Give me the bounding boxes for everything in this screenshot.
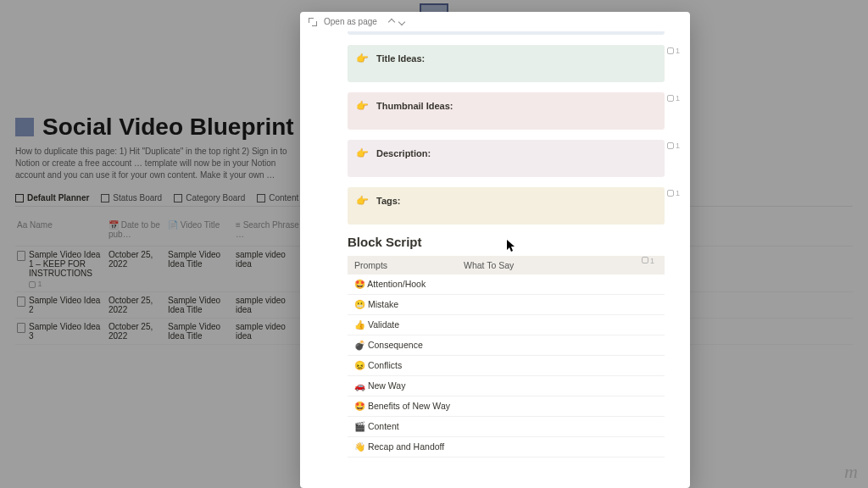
table-row[interactable]: 😬 Mistake xyxy=(348,295,665,315)
table-row[interactable]: 🤩 Attention/Hook xyxy=(348,274,665,295)
comment-icon xyxy=(667,142,674,149)
callout-block-truncated[interactable] xyxy=(348,31,665,35)
page-description: How to duplicate this page: 1) Hit "Dupl… xyxy=(15,146,303,181)
col-prompts: Prompts xyxy=(348,256,457,274)
prompt-cell[interactable]: 🤩 Benefits of New Way xyxy=(348,396,457,417)
prev-record-button[interactable] xyxy=(387,18,396,26)
col-search[interactable]: ≡ Search Phrase … xyxy=(234,217,302,242)
expand-icon[interactable] xyxy=(309,18,317,26)
table-row[interactable]: 🚗 New Way xyxy=(348,376,665,396)
callout-block[interactable]: 👉Tags:1 xyxy=(348,187,665,225)
tab-category-board[interactable]: Category Board xyxy=(174,193,245,202)
prompt-cell[interactable]: 🚗 New Way xyxy=(348,376,457,396)
row-date: October 25, 2022 xyxy=(107,292,166,318)
callout-label: Tags: xyxy=(376,196,401,206)
comment-icon xyxy=(667,95,674,102)
what-to-say-cell[interactable] xyxy=(457,417,665,437)
what-to-say-cell[interactable] xyxy=(457,315,665,336)
row-video-title: Sample Video Idea Title xyxy=(166,319,234,344)
what-to-say-cell[interactable] xyxy=(457,274,665,295)
table-row[interactable]: 👍 Validate xyxy=(348,315,665,336)
row-name: Sample Video Idea 3 xyxy=(29,322,105,341)
callout-label: Title Ideas: xyxy=(376,53,425,64)
mouse-cursor-icon xyxy=(507,240,517,253)
prompt-cell[interactable]: 🤩 Attention/Hook xyxy=(348,274,457,295)
board-icon xyxy=(174,194,182,202)
prompt-cell[interactable]: 💣 Consequence xyxy=(348,336,457,356)
callout-block[interactable]: 👉Thumbnail Ideas:1 xyxy=(348,92,665,130)
comment-icon xyxy=(642,257,648,263)
callout-label: Description: xyxy=(376,148,431,158)
table-row[interactable]: 👋 Recap and Handoff xyxy=(348,437,665,458)
prompt-cell[interactable]: 😬 Mistake xyxy=(348,295,457,315)
callout-block[interactable]: 👉Description:1 xyxy=(348,140,665,177)
row-video-title: Sample Video Idea Title xyxy=(166,247,234,291)
comment-icon xyxy=(667,190,674,197)
page-icon xyxy=(17,297,25,307)
row-name: Sample Video Idea 2 xyxy=(29,296,105,314)
next-record-button[interactable] xyxy=(398,18,406,26)
page-icon xyxy=(17,323,25,333)
col-date[interactable]: 📅 Date to be pub… xyxy=(107,217,166,242)
row-name: Sample Video Idea 1 – KEEP FOR INSTRUCTI… xyxy=(29,250,105,278)
pointing-hand-icon: 👉 xyxy=(356,147,369,159)
col-name[interactable]: Aa Name xyxy=(15,217,107,242)
pointing-hand-icon: 👉 xyxy=(356,195,369,207)
prompt-cell[interactable]: 🎬 Content xyxy=(348,417,457,437)
pointing-hand-icon: 👉 xyxy=(356,100,369,112)
comment-icon xyxy=(667,47,674,54)
what-to-say-cell[interactable] xyxy=(457,437,665,458)
pointing-hand-icon: 👉 xyxy=(356,53,369,64)
modal-topbar: Open as page xyxy=(300,12,690,31)
table-row[interactable]: 😖 Conflicts xyxy=(348,356,665,376)
callout-block[interactable]: 👉Title Ideas:1 xyxy=(348,45,665,82)
tab-label: Status Board xyxy=(113,193,162,202)
page-peek-modal: Open as page 👉Title Ideas:1👉Thumbnail Id… xyxy=(300,12,690,488)
page-emoji-icon-small xyxy=(15,118,34,136)
what-to-say-cell[interactable] xyxy=(457,295,665,315)
row-search: sample video idea xyxy=(234,247,302,291)
row-date: October 25, 2022 xyxy=(107,319,166,344)
callout-label: Thumbnail Ideas: xyxy=(376,101,453,111)
col-video-title[interactable]: 📄 Video Title xyxy=(166,217,234,242)
calendar-icon xyxy=(257,194,265,202)
row-search: sample video idea xyxy=(234,292,302,318)
page-icon xyxy=(17,251,25,261)
row-date: October 25, 2022 xyxy=(107,247,166,291)
tab-status-board[interactable]: Status Board xyxy=(101,193,162,202)
open-as-page-link[interactable]: Open as page xyxy=(324,17,377,26)
comment-count[interactable]: 1 xyxy=(667,141,680,150)
block-script-table: Prompts What To Say 🤩 Attention/Hook😬 Mi… xyxy=(348,256,665,458)
table-row[interactable]: 🎬 Content xyxy=(348,417,665,437)
section-heading-block-script[interactable]: Block Script xyxy=(348,235,665,249)
comment-count[interactable]: 1 xyxy=(667,94,680,103)
what-to-say-cell[interactable] xyxy=(457,356,665,376)
tab-label: Category Board xyxy=(186,193,245,202)
table-row[interactable]: 💣 Consequence xyxy=(348,336,665,356)
watermark: m xyxy=(844,461,858,483)
what-to-say-cell[interactable] xyxy=(457,376,665,396)
comment-count[interactable]: 1 xyxy=(667,47,680,55)
row-video-title: Sample Video Idea Title xyxy=(166,292,234,318)
modal-scroll-body[interactable]: 👉Title Ideas:1👉Thumbnail Ideas:1👉Descrip… xyxy=(300,31,690,488)
comment-count[interactable]: 1 xyxy=(667,189,680,197)
tab-label: Default Planner xyxy=(27,193,89,202)
list-icon xyxy=(15,194,24,202)
col-what-to-say: What To Say xyxy=(457,256,665,274)
table-row[interactable]: 🤩 Benefits of New Way xyxy=(348,396,665,417)
board-icon xyxy=(101,194,109,202)
prompt-cell[interactable]: 👋 Recap and Handoff xyxy=(348,437,457,458)
tab-default-planner[interactable]: Default Planner xyxy=(15,193,89,202)
what-to-say-cell[interactable] xyxy=(457,336,665,356)
row-search: sample video idea xyxy=(234,319,302,344)
comment-icon xyxy=(29,281,36,288)
prompt-cell[interactable]: 👍 Validate xyxy=(348,315,457,336)
what-to-say-cell[interactable] xyxy=(457,396,665,417)
comment-count[interactable]: 1 xyxy=(642,257,654,265)
prompt-cell[interactable]: 😖 Conflicts xyxy=(348,356,457,376)
